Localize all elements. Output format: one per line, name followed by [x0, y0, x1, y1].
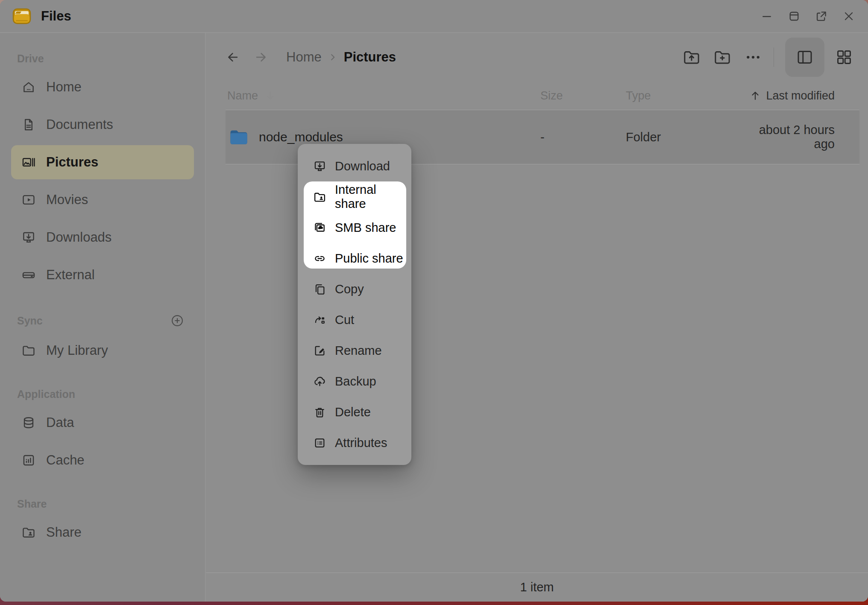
grid-view-icon	[835, 48, 853, 67]
status-bar: 1 item	[206, 573, 868, 602]
section-label-sync: Sync	[17, 315, 43, 327]
open-in-new-icon[interactable]	[815, 10, 828, 23]
menu-item-label: Copy	[335, 282, 364, 296]
sidebar-item-pictures[interactable]: Pictures	[11, 145, 194, 179]
more-icon[interactable]	[744, 48, 762, 67]
monitor-download-icon	[21, 230, 36, 245]
backup-icon	[313, 375, 326, 388]
menu-item-label: Attributes	[335, 436, 387, 450]
menu-item-backup[interactable]: Backup	[298, 366, 411, 397]
sidebar-item-label: Downloads	[46, 230, 111, 245]
folder-icon	[21, 343, 36, 358]
menu-item-cut[interactable]: Cut	[298, 304, 411, 335]
sidebar-item-label: Documents	[46, 117, 113, 132]
sidebar-section-application: Application	[0, 387, 205, 401]
sidebar-item-my-library[interactable]: My Library	[11, 333, 194, 368]
close-icon[interactable]	[842, 10, 855, 23]
toolbar-divider	[774, 47, 774, 67]
sidebar-item-label: External	[46, 267, 95, 283]
column-header-size[interactable]: Size	[540, 89, 626, 102]
column-header-modified[interactable]: Last modified	[739, 89, 859, 102]
movies-icon	[21, 193, 36, 207]
attributes-icon	[313, 436, 326, 450]
delete-icon	[313, 406, 326, 419]
sidebar-item-label: Movies	[46, 192, 88, 208]
row-name-cell: node_modules	[226, 129, 540, 145]
row-type-cell: Folder	[626, 130, 739, 144]
column-header-name[interactable]: Name	[226, 89, 540, 102]
public-share-icon	[313, 252, 326, 265]
document-icon	[21, 117, 36, 132]
blue-folder-icon	[230, 129, 248, 145]
item-count: 1 item	[520, 580, 554, 594]
sidebar-section-share: Share	[0, 497, 205, 511]
chevron-right-icon	[327, 51, 339, 63]
column-label: Name	[227, 89, 258, 102]
files-app-icon	[12, 6, 32, 26]
download-icon	[313, 160, 326, 173]
section-label-application: Application	[17, 388, 75, 400]
sidebar-item-downloads[interactable]: Downloads	[11, 220, 194, 254]
cache-icon	[21, 453, 36, 468]
menu-item-label: Cut	[335, 313, 354, 327]
database-icon	[21, 415, 36, 430]
menu-item-public-share[interactable]: Public share	[298, 243, 411, 274]
row-modified-cell: about 2 hours ago	[739, 123, 859, 151]
internal-share-icon	[313, 190, 326, 204]
sort-up-icon	[749, 89, 762, 102]
sidebar-item-label: Pictures	[46, 155, 98, 170]
menu-item-internal-share[interactable]: Internal share	[298, 181, 411, 212]
menu-item-rename[interactable]: Rename	[298, 335, 411, 366]
window-controls	[760, 10, 855, 23]
menu-item-delete[interactable]: Delete	[298, 397, 411, 427]
sidebar-item-label: My Library	[46, 343, 108, 358]
sidebar-section-sync: Sync	[0, 313, 205, 328]
section-label-share: Share	[17, 498, 47, 510]
sidebar-item-documents[interactable]: Documents	[11, 108, 194, 142]
pictures-icon	[21, 155, 36, 170]
menu-item-attributes[interactable]: Attributes	[298, 427, 411, 458]
menu-item-smb-share[interactable]: SMB share	[298, 212, 411, 243]
column-header-type[interactable]: Type	[626, 89, 739, 102]
menu-item-label: Public share	[335, 251, 403, 266]
cut-icon	[313, 313, 326, 327]
grid-view-toggle[interactable]	[831, 48, 857, 67]
sidebar: Drive Home Documents Pictures Movies Dow…	[0, 33, 205, 602]
breadcrumb-current: Pictures	[344, 50, 396, 65]
toolbar-actions	[682, 38, 857, 77]
sidebar-item-home[interactable]: Home	[11, 70, 194, 104]
path-toolbar: Home Pictures	[206, 33, 868, 82]
panel-view-toggle[interactable]	[785, 38, 824, 77]
menu-item-label: Download	[335, 159, 390, 173]
menu-item-label: Rename	[335, 344, 382, 358]
sidebar-item-data[interactable]: Data	[11, 406, 194, 440]
sidebar-item-cache[interactable]: Cache	[11, 443, 194, 477]
copy-icon	[313, 283, 326, 296]
folder-upload-icon[interactable]	[682, 48, 701, 67]
plus-circle-icon[interactable]	[170, 313, 185, 328]
menu-item-label: Internal share	[335, 183, 405, 211]
file-name: node_modules	[259, 130, 343, 144]
menu-item-label: SMB share	[335, 221, 396, 235]
sidebar-item-label: Share	[46, 525, 82, 540]
column-label: Last modified	[766, 89, 835, 102]
home-icon	[21, 80, 36, 94]
maximize-icon[interactable]	[788, 10, 801, 23]
sidebar-item-external[interactable]: External	[11, 258, 194, 292]
section-label-drive: Drive	[17, 53, 44, 65]
sidebar-item-label: Cache	[46, 453, 85, 468]
sort-down-icon	[264, 89, 277, 102]
row-size-cell: -	[540, 130, 626, 144]
forward-arrow-icon[interactable]	[254, 50, 268, 64]
sidebar-item-share[interactable]: Share	[11, 515, 194, 549]
back-arrow-icon[interactable]	[226, 50, 240, 64]
new-folder-icon[interactable]	[713, 48, 732, 67]
minimize-icon[interactable]	[760, 10, 773, 23]
context-menu: Download Internal share SMB share Public…	[298, 144, 411, 465]
sidebar-item-movies[interactable]: Movies	[11, 183, 194, 217]
breadcrumb-home[interactable]: Home	[286, 50, 322, 65]
smb-share-icon	[313, 221, 326, 234]
menu-item-download[interactable]: Download	[298, 151, 411, 181]
menu-item-copy[interactable]: Copy	[298, 274, 411, 304]
titlebar: Files	[0, 0, 868, 33]
